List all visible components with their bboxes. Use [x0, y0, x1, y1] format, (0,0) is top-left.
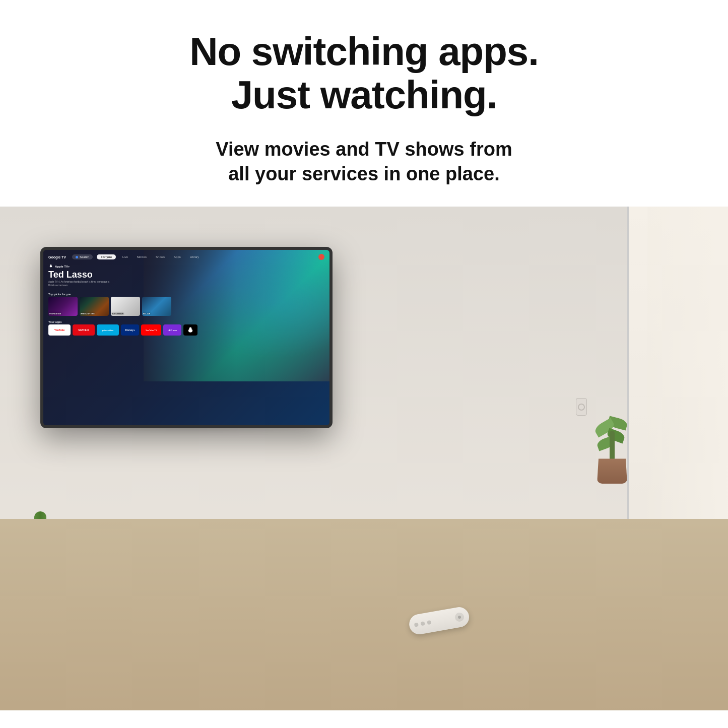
thumb-wheel[interactable]: WHEEL OF TIME [80, 297, 109, 316]
thumb-label-belair: BEL-AIR [143, 313, 150, 315]
service-badge: Apple TV+ [48, 264, 114, 269]
remote-btn-1 [414, 623, 419, 627]
nav-foryou[interactable]: For you [97, 254, 116, 259]
search-label: Search [80, 255, 89, 258]
thumb-foundation[interactable]: FOUNDATION [48, 297, 78, 316]
curtain [647, 207, 728, 559]
app-hbomax[interactable]: HBO max [163, 324, 181, 336]
search-button[interactable]: Search [72, 254, 93, 259]
main-headline: No switching apps. Just watching. [50, 30, 678, 117]
user-avatar[interactable] [318, 254, 324, 260]
nav-shows[interactable]: Shows [153, 254, 167, 259]
app-youtube[interactable]: YouTube [48, 324, 71, 336]
hero-overlay [144, 250, 329, 381]
remote-circle [454, 612, 465, 623]
nav-library[interactable]: Library [187, 254, 202, 259]
plant-pot [597, 458, 627, 484]
nav-live[interactable]: Live [120, 254, 130, 259]
apps-label: Your apps [48, 320, 62, 323]
switch-circle [578, 404, 585, 411]
thumbnails-row: FOUNDATION WHEEL OF TIME SUCCESSION BEL-… [48, 297, 171, 316]
plant [587, 383, 637, 484]
remote-btn-2 [421, 622, 425, 626]
headline-line2: Just watching. [231, 73, 497, 117]
service-name: Apple TV+ [55, 265, 70, 268]
hero-content: Apple TV+ Ted Lasso Apple TV+ | An Ameri… [48, 264, 114, 287]
tv-container: Google TV Search For you Live Movies Sho… [40, 247, 333, 428]
app-netflix[interactable]: NETFLIX [73, 324, 95, 336]
apps-row: YouTube NETFLIX prime video Disney+ YouT… [48, 324, 197, 336]
app-disney[interactable]: Disney+ [121, 324, 139, 336]
thumb-succession[interactable]: SUCCESSION [111, 297, 140, 316]
nav-movies[interactable]: Movies [135, 254, 149, 259]
plant-stem [610, 431, 615, 461]
remote-btn-3 [427, 620, 431, 625]
thumb-label-foundation: FOUNDATION [49, 313, 61, 315]
headline-line1: No switching apps. [189, 29, 539, 74]
remote-dot [458, 616, 461, 619]
tv-nav: Google TV Search For you Live Movies Sho… [48, 254, 324, 260]
subheadline: View movies and TV shows fromall your se… [50, 137, 678, 187]
tv-frame: Google TV Search For you Live Movies Sho… [40, 247, 333, 428]
app-youtuvetv[interactable]: YouTube TV [141, 324, 161, 336]
hero-title: Ted Lasso [48, 270, 114, 279]
appletv-app-icon [187, 327, 193, 333]
floor [0, 519, 728, 710]
top-section: No switching apps. Just watching. View m… [0, 0, 728, 207]
thumb-label-wheel: WHEEL OF TIME [81, 313, 95, 315]
light-switch [576, 398, 587, 416]
thumb-label-succession: SUCCESSION [112, 313, 123, 315]
app-appletv[interactable] [183, 324, 197, 336]
nav-apps[interactable]: Apps [171, 254, 183, 259]
search-dot [76, 256, 78, 258]
photo-section: Google TV Search For you Live Movies Sho… [0, 207, 728, 710]
google-tv-logo: Google TV [48, 255, 66, 259]
thumb-belair[interactable]: BEL-AIR [142, 297, 171, 316]
google-tv-ui: Google TV Search For you Live Movies Sho… [43, 250, 329, 425]
window [627, 207, 728, 559]
hero-image [144, 250, 329, 381]
top-picks-label: Top picks for you [48, 293, 71, 296]
app-prime[interactable]: prime video [97, 324, 119, 336]
appletv-icon [48, 264, 53, 269]
hero-description: Apple TV+ | An American football coach i… [48, 281, 114, 287]
